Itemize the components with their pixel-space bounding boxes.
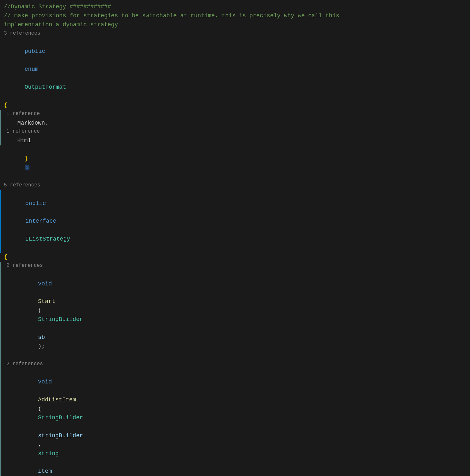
code-line: {: [0, 101, 470, 110]
method-name: AddListItem: [38, 397, 76, 403]
interface-name: IListStrategy: [25, 236, 70, 242]
param-type: StringBuilder: [38, 316, 83, 323]
ref-count: 1 reference: [4, 110, 40, 118]
ref-count: 5 references: [4, 181, 40, 189]
brace-close: }: [25, 155, 28, 162]
reference-hint: 2 references: [0, 360, 470, 369]
code-line: implementation a dynamic strategy: [0, 21, 470, 29]
comment-text: //Dynamic Strategy ############: [4, 4, 111, 10]
code-editor: //Dynamic Strategy ############ // make …: [0, 0, 470, 476]
tooltip-indicator: i: [25, 165, 29, 170]
reference-hint: 1 reference: [0, 110, 470, 119]
reference-hint: 5 references: [0, 181, 470, 190]
code-line: public enum OutputFormat: [0, 38, 470, 101]
keyword-void: void: [38, 281, 52, 287]
keyword-interface: interface: [25, 218, 56, 224]
keyword-public: public: [25, 200, 46, 207]
param-type-string: string: [38, 450, 59, 457]
comment-text: implementation a dynamic strategy: [4, 21, 118, 28]
reference-hint: 2 references: [0, 262, 470, 271]
code-line: Markdown,: [0, 119, 470, 128]
code-line: // make provisions for strategies to be …: [0, 12, 470, 21]
active-indicator: [0, 190, 1, 253]
param-name: sb: [38, 334, 45, 341]
reference-hint: 3 references: [0, 29, 470, 38]
code-line: void AddListItem ( StringBuilder stringB…: [0, 369, 470, 476]
keyword-public: public: [25, 48, 45, 54]
enum-value: Html: [17, 137, 31, 144]
param-name: stringBuilder: [38, 432, 83, 439]
code-line: //Dynamic Strategy ############: [0, 3, 470, 12]
keyword-enum: enum: [25, 66, 38, 72]
keyword-void: void: [38, 379, 52, 385]
code-line: Html: [0, 136, 470, 145]
reference-hint: 1 reference: [0, 127, 470, 136]
param-name-item: item: [38, 468, 52, 474]
param-type: StringBuilder: [38, 414, 83, 421]
code-line: public interface IListStrategy: [0, 190, 470, 253]
method-name: Start: [38, 298, 55, 305]
code-line: void Start ( StringBuilder sb );: [0, 271, 470, 360]
ref-count: 2 references: [4, 262, 43, 270]
ref-count: 3 references: [4, 29, 40, 37]
enum-value: Markdown,: [17, 120, 48, 126]
ref-count: 1 reference: [4, 127, 40, 135]
code-line: {: [0, 253, 470, 262]
brace-open: {: [4, 102, 7, 108]
ref-count: 2 references: [4, 360, 43, 368]
comment-text: // make provisions for strategies to be …: [4, 12, 339, 19]
brace-open: {: [4, 254, 7, 260]
type-name: OutputFormat: [25, 84, 66, 90]
code-line: } i: [0, 145, 470, 181]
